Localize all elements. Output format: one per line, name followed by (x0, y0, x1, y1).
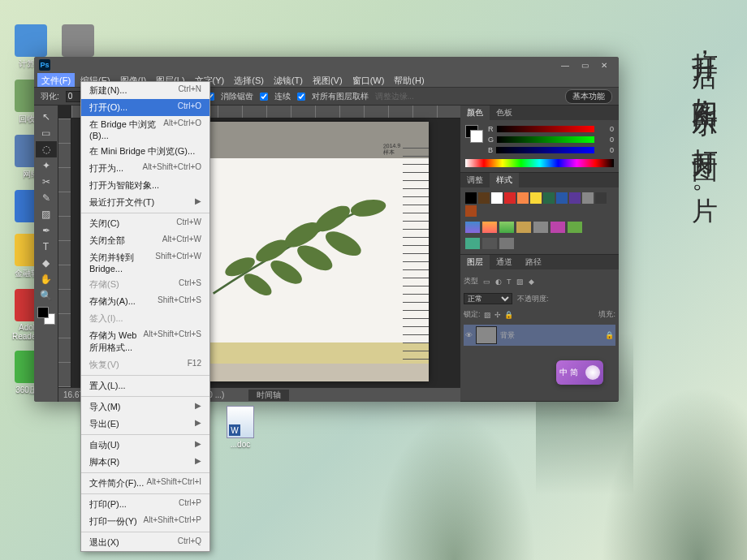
style-preset[interactable] (482, 238, 497, 249)
panels-dock: 颜色 色板 R0 G0 B0 调整 样式 (460, 106, 619, 402)
swatch[interactable] (530, 192, 542, 204)
tool-1[interactable]: ▭ (36, 125, 57, 141)
swatch[interactable] (465, 192, 477, 204)
menu-item[interactable]: 关闭并转到 Bridge...Shift+Ctrl+W (81, 249, 209, 276)
menu-item[interactable]: 打印(P)...Ctrl+P (81, 496, 209, 513)
menu-5[interactable]: 选择(S) (230, 73, 268, 87)
lock-all-icon[interactable]: 🔒 (504, 311, 513, 319)
window-titlebar[interactable]: Ps — ▭ ✕ (34, 57, 619, 73)
fg-bg-colors[interactable] (37, 307, 55, 325)
menu-item[interactable]: 导入(M)▶ (81, 398, 209, 416)
swatch[interactable] (478, 192, 490, 204)
menu-item[interactable]: 新建(N)...Ctrl+N (81, 82, 209, 99)
menu-item[interactable]: 存储为 Web 所用格式...Alt+Shift+Ctrl+S (81, 327, 209, 356)
style-preset[interactable] (551, 222, 565, 233)
minimize-button[interactable]: — (555, 58, 575, 71)
layers-tab[interactable]: 图层 (460, 255, 490, 269)
tool-0[interactable]: ↖ (36, 109, 57, 125)
swatch[interactable] (556, 192, 568, 204)
menu-7[interactable]: 视图(V) (309, 73, 347, 87)
lock-pixels-icon[interactable]: ▨ (484, 311, 491, 319)
contiguous-checkbox[interactable] (260, 93, 268, 101)
tool-2[interactable]: ◌ (36, 141, 57, 157)
workspace-switcher[interactable]: 基本功能 (565, 89, 612, 104)
tool-8[interactable]: T (36, 239, 57, 255)
style-preset[interactable] (533, 222, 548, 233)
close-button[interactable]: ✕ (594, 58, 614, 71)
layer-row[interactable]: 👁 背景 🔒 (464, 325, 615, 346)
g-slider[interactable] (497, 136, 594, 143)
channels-tab[interactable]: 通道 (490, 255, 519, 269)
menu-item[interactable]: 打印一份(Y)Alt+Shift+Ctrl+P (81, 513, 209, 530)
menu-item[interactable]: 置入(L)... (81, 377, 209, 394)
menu-item[interactable]: 打开为...Alt+Shift+Ctrl+O (81, 160, 209, 177)
menu-item[interactable]: 自动(U)▶ (81, 437, 209, 454)
tool-9[interactable]: ◆ (36, 255, 57, 271)
swatch[interactable] (595, 192, 607, 204)
menu-item[interactable]: 在 Mini Bridge 中浏览(G)... (81, 143, 209, 160)
tool-3[interactable]: ✦ (36, 157, 57, 174)
menu-9[interactable]: 帮助(H) (390, 73, 428, 87)
swatches-tab[interactable]: 色板 (490, 106, 519, 120)
blend-mode-select[interactable]: 正常 (464, 293, 512, 304)
styles-tab[interactable]: 样式 (490, 173, 519, 187)
menu-item[interactable]: 打开(O)...Ctrl+O (81, 99, 209, 116)
tool-4[interactable]: ✂ (36, 174, 57, 190)
styles-panel: 调整 样式 (460, 173, 619, 255)
menu-6[interactable]: 滤镜(T) (270, 73, 307, 87)
fg-bg-chip[interactable] (465, 125, 483, 143)
style-preset[interactable] (516, 222, 531, 233)
tool-7[interactable]: ✒ (36, 222, 57, 239)
menu-item[interactable]: 脚本(R)▶ (81, 454, 209, 471)
tool-10[interactable]: ✋ (36, 271, 57, 287)
style-preset[interactable] (499, 222, 514, 233)
menu-0[interactable]: 文件(F) (37, 73, 75, 87)
menu-item[interactable]: 导出(E)▶ (81, 416, 209, 433)
swatch[interactable] (517, 192, 529, 204)
menu-item[interactable]: 打开为智能对象... (81, 177, 209, 194)
layer-name[interactable]: 背景 (500, 330, 515, 341)
filter-icon[interactable]: ▭ (483, 278, 490, 286)
swatch[interactable] (491, 192, 503, 204)
hue-strip[interactable] (465, 159, 614, 167)
filter-icon[interactable]: T (507, 278, 512, 286)
ime-widget[interactable]: 中 简 (556, 360, 603, 385)
visibility-icon[interactable]: 👁 (465, 331, 473, 339)
tool-5[interactable]: ✎ (36, 190, 57, 206)
style-preset[interactable] (465, 238, 480, 249)
menu-item[interactable]: 存储为(A)...Shift+Ctrl+S (81, 293, 209, 310)
style-preset[interactable] (465, 222, 480, 233)
b-slider[interactable] (496, 147, 594, 153)
lock-position-icon[interactable]: ✢ (494, 311, 501, 319)
all-layers-checkbox[interactable] (297, 93, 305, 101)
menu-item[interactable]: 在 Bridge 中浏览(B)...Alt+Ctrl+O (81, 116, 209, 143)
word-file-icon[interactable]: ...doc (224, 406, 257, 449)
color-tab[interactable]: 颜色 (460, 106, 490, 120)
style-preset[interactable] (568, 222, 582, 233)
menu-item[interactable]: 最近打开文件(T)▶ (81, 194, 209, 211)
r-slider[interactable] (497, 126, 595, 132)
menu-item[interactable]: 关闭(C)Ctrl+W (81, 215, 209, 232)
swatch[interactable] (504, 192, 516, 204)
menu-8[interactable]: 窗口(W) (348, 73, 389, 87)
filter-icon[interactable]: ◆ (529, 278, 534, 286)
tool-6[interactable]: ▨ (36, 206, 57, 222)
adjust-tab[interactable]: 调整 (460, 173, 490, 187)
swatch[interactable] (582, 192, 594, 204)
swatch[interactable] (465, 205, 477, 217)
tool-11[interactable]: 🔍 (36, 287, 57, 304)
timeline-tab[interactable]: 时间轴 (248, 390, 289, 401)
swatch[interactable] (543, 192, 555, 204)
menu-item[interactable]: 关闭全部Alt+Ctrl+W (81, 232, 209, 249)
style-preset[interactable] (482, 222, 497, 233)
menu-item[interactable]: 文件简介(F)...Alt+Shift+Ctrl+I (81, 475, 209, 492)
paths-tab[interactable]: 路径 (519, 255, 548, 269)
filter-icon[interactable]: ▨ (516, 278, 524, 286)
ps-logo-icon: Ps (39, 59, 50, 71)
menu-item[interactable]: 退出(X)Ctrl+Q (81, 534, 209, 551)
maximize-button[interactable]: ▭ (575, 58, 594, 71)
filter-icon[interactable]: ◐ (495, 278, 502, 286)
svg-point-3 (267, 256, 306, 288)
style-preset[interactable] (499, 238, 514, 249)
swatch[interactable] (569, 192, 581, 204)
